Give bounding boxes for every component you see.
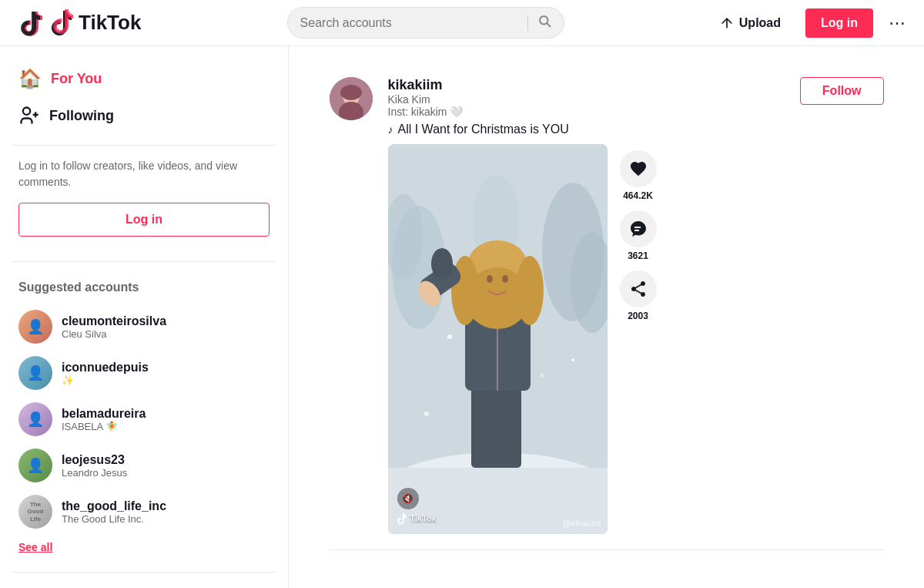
music-note-icon: ♪	[388, 123, 393, 136]
header-right: Upload Log in ⋯	[710, 8, 906, 38]
video-card: kikakiim Kika Kim Inst: kikakim 🤍 Follow…	[330, 62, 884, 550]
display-name-4: Leandro Jesus	[62, 467, 127, 479]
follow-button[interactable]: Follow	[800, 77, 884, 105]
display-name-2: ✨	[62, 375, 149, 386]
see-all-link[interactable]: See all	[6, 535, 282, 559]
suggested-account-1[interactable]: 👤 cleumonteirosilva Cleu Silva	[6, 304, 282, 350]
sidebar-item-following[interactable]: Following	[6, 99, 282, 133]
sidebar-item-for-you[interactable]: 🏠 For You	[6, 62, 282, 96]
search-icon	[537, 14, 551, 28]
like-count: 464.2K	[623, 190, 653, 201]
svg-point-32	[424, 412, 429, 416]
avatar-belamadureira: 👤	[18, 402, 52, 436]
discover-section: Discover	[6, 585, 282, 588]
login-prompt-section: Log in to follow creators, like videos, …	[6, 158, 282, 249]
svg-point-29	[431, 248, 453, 279]
like-button[interactable]	[620, 150, 657, 187]
sidebar-label-following: Following	[49, 108, 114, 124]
sidebar-label-for-you: For You	[51, 71, 102, 87]
suggested-account-5[interactable]: The Good Life the_good_life_inc The Good…	[6, 489, 282, 535]
video-username[interactable]: kikakiim	[388, 77, 464, 93]
display-name-5: The Good Life Inc.	[62, 513, 166, 525]
sidebar: 🏠 For You Following Log in to follow cre…	[0, 46, 289, 588]
tiktok-icon-svg	[51, 9, 75, 37]
sidebar-login-button[interactable]: Log in	[18, 203, 270, 237]
comment-button[interactable]	[620, 210, 657, 247]
share-group: 2003	[620, 270, 657, 321]
display-name-3: ISABELA 🧚	[62, 421, 146, 432]
video-caption: ♪ All I Want for Christmas is YOU	[388, 123, 884, 136]
suggested-account-2[interactable]: 👤 iconnuedepuis ✨	[6, 350, 282, 396]
author-avatar-svg	[330, 77, 373, 120]
svg-point-30	[447, 334, 452, 339]
avatar-iconnuedepuis: 👤	[18, 356, 52, 390]
svg-point-26	[502, 275, 508, 283]
header: TikTok Upload Log in ⋯	[0, 0, 924, 46]
suggested-accounts-title: Suggested accounts	[6, 274, 282, 304]
upload-icon	[719, 15, 735, 31]
video-caption-text: All I Want for Christmas is YOU	[398, 123, 569, 136]
tiktok-watermark-icon	[397, 512, 408, 525]
share-icon	[629, 280, 648, 298]
share-count: 2003	[628, 311, 648, 321]
svg-point-7	[340, 85, 362, 100]
comment-group: 3621	[620, 210, 657, 261]
video-display-name: Kika Kim	[388, 93, 464, 106]
username-3: belamadureira	[62, 407, 146, 421]
upload-button[interactable]: Upload	[710, 9, 790, 37]
comment-icon	[629, 220, 648, 238]
login-button[interactable]: Log in	[805, 8, 873, 38]
video-thumbnail[interactable]: 🔇 TikTok @kikakiim	[388, 144, 608, 534]
more-options-button[interactable]: ⋯	[889, 13, 906, 33]
logo-combined: TikTok	[51, 9, 141, 37]
account-info-2: iconnuedepuis ✨	[62, 361, 149, 386]
search-divider	[527, 15, 528, 31]
video-sub-label: Inst: kikakim 🤍	[388, 106, 464, 118]
login-prompt-text: Log in to follow creators, like videos, …	[18, 158, 270, 190]
svg-point-33	[571, 358, 574, 361]
display-name-1: Cleu Silva	[62, 328, 166, 340]
svg-point-24	[516, 256, 544, 325]
avatar-cleumonteirosilva: 👤	[18, 310, 52, 344]
sidebar-divider-1	[12, 145, 276, 146]
logo[interactable]: TikTok	[18, 9, 141, 37]
following-icon	[18, 105, 40, 126]
mute-icon[interactable]: 🔇	[397, 488, 419, 509]
heart-icon	[629, 160, 648, 178]
video-area: 🔇 TikTok @kikakiim	[388, 144, 884, 534]
video-thumbnail-inner: 🔇 TikTok @kikakiim	[388, 144, 608, 534]
sidebar-divider-3	[12, 572, 276, 573]
main-feed: kikakiim Kika Kim Inst: kikakim 🤍 Follow…	[289, 46, 924, 588]
account-info-4: leojesus23 Leandro Jesus	[62, 453, 127, 479]
account-info-5: the_good_life_inc The Good Life Inc.	[62, 499, 166, 525]
video-scene-svg	[388, 144, 608, 534]
author-avatar[interactable]	[330, 77, 373, 120]
search-bar	[287, 7, 564, 39]
svg-line-1	[547, 23, 550, 26]
video-header: kikakiim Kika Kim Inst: kikakim 🤍 Follow	[388, 77, 884, 118]
username-4: leojesus23	[62, 453, 127, 467]
home-icon: 🏠	[18, 68, 42, 89]
suggested-account-4[interactable]: 👤 leojesus23 Leandro Jesus	[6, 442, 282, 489]
search-input[interactable]	[300, 16, 518, 30]
video-username-watermark: @kikakiim	[562, 519, 601, 528]
account-info-1: cleumonteirosilva Cleu Silva	[62, 314, 166, 340]
author-avatar-image	[330, 77, 373, 120]
main-layout: 🏠 For You Following Log in to follow cre…	[0, 46, 924, 588]
username-2: iconnuedepuis	[62, 361, 149, 375]
video-author-info: kikakiim Kika Kim Inst: kikakim 🤍	[388, 77, 464, 118]
account-info-3: belamadureira ISABELA 🧚	[62, 407, 146, 432]
svg-point-2	[23, 108, 30, 115]
sidebar-divider-2	[12, 261, 276, 262]
suggested-account-3[interactable]: 👤 belamadureira ISABELA 🧚	[6, 396, 282, 442]
video-main: kikakiim Kika Kim Inst: kikakim 🤍 Follow…	[388, 77, 884, 534]
svg-point-25	[487, 275, 493, 283]
like-group: 464.2K	[620, 150, 657, 201]
share-button[interactable]	[620, 270, 657, 307]
logo-text: TikTok	[79, 11, 141, 35]
search-button[interactable]	[537, 14, 551, 32]
username-1: cleumonteirosilva	[62, 314, 166, 328]
avatar-leojesus23: 👤	[18, 449, 52, 482]
tiktok-watermark: TikTok	[397, 512, 437, 525]
sidebar-nav: 🏠 For You Following	[6, 62, 282, 133]
